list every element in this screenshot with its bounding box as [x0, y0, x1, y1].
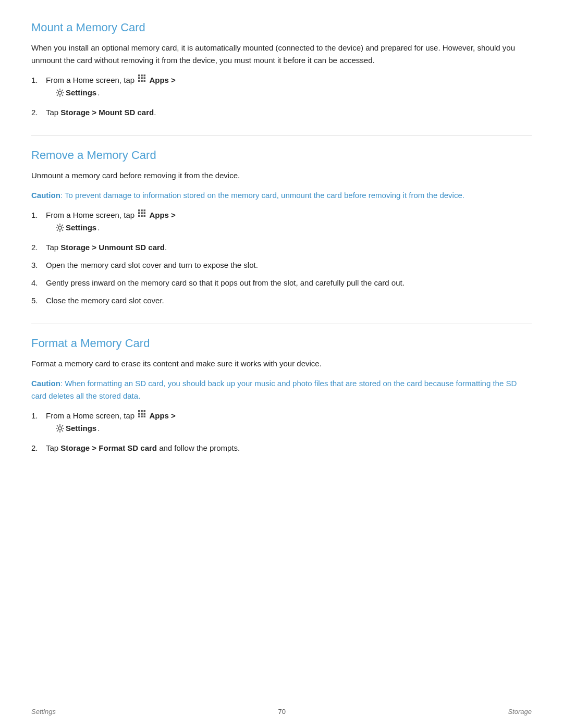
section-mount: Mount a Memory Card When you install an …: [31, 21, 532, 119]
svg-rect-21: [141, 410, 143, 412]
apps-grid-icon-f: [138, 409, 146, 417]
svg-rect-18: [144, 215, 146, 217]
svg-rect-16: [138, 215, 140, 217]
storage-format-label: Storage > Format SD card: [60, 443, 157, 452]
svg-rect-0: [138, 75, 140, 77]
remove-step-1: 1. From a Home screen, tap: [31, 209, 532, 236]
settings-label-r: Settings: [66, 221, 96, 234]
svg-rect-4: [141, 77, 143, 79]
svg-rect-24: [141, 413, 143, 415]
format-step-2: 2. Tap Storage > Format SD card and foll…: [31, 442, 532, 454]
page-footer: Settings 70 Storage: [0, 708, 563, 715]
mount-body: When you install an optional memory card…: [31, 42, 532, 67]
remove-body: Unmount a memory card before removing it…: [31, 169, 532, 182]
step-content-r4: Gently press inward on the memory card s…: [46, 277, 532, 289]
step-num-r3: 3.: [31, 259, 46, 272]
apps-label-f: Apps >: [149, 411, 175, 420]
caution-label: Caution: [31, 191, 60, 200]
apps-label-r: Apps >: [149, 211, 175, 219]
svg-rect-13: [138, 212, 140, 214]
svg-rect-27: [141, 416, 143, 418]
svg-point-29: [58, 427, 62, 430]
footer-right: Storage: [508, 708, 532, 715]
step-num-r4: 4.: [31, 277, 46, 289]
divider-2: [31, 324, 532, 324]
apps-icon-group-f: [137, 410, 147, 418]
step-content-r5: Close the memory card slot cover.: [46, 294, 532, 307]
apps-grid-icon-r: [138, 208, 146, 217]
step-num-r5: 5.: [31, 294, 46, 307]
settings-gear-icon-f: [56, 424, 64, 432]
format-step-1: 1. From a Home screen, tap: [31, 410, 532, 437]
svg-rect-11: [141, 209, 143, 212]
remove-title: Remove a Memory Card: [31, 149, 532, 162]
svg-rect-12: [144, 209, 146, 212]
svg-rect-22: [144, 410, 146, 412]
divider-1: [31, 135, 532, 136]
storage-unmount-label: Storage > Unmount SD card: [60, 243, 165, 252]
step-content-2: Tap Storage > Mount SD card.: [46, 106, 532, 119]
mount-steps: 1. From a Home screen, tap: [31, 74, 532, 119]
settings-gear-icon-r: [56, 223, 64, 231]
svg-rect-8: [144, 80, 146, 82]
svg-point-9: [58, 91, 62, 94]
svg-rect-25: [144, 413, 146, 415]
storage-mount-label: Storage > Mount SD card: [60, 108, 154, 117]
format-steps: 1. From a Home screen, tap: [31, 410, 532, 454]
step-content-f1: From a Home screen, tap: [46, 410, 532, 437]
remove-caution: Caution: To prevent damage to informatio…: [31, 189, 532, 202]
svg-rect-17: [141, 215, 143, 217]
format-caution-label: Caution: [31, 379, 60, 388]
step-num-r2: 2.: [31, 241, 46, 254]
svg-point-19: [58, 226, 62, 229]
remove-caution-text: : To prevent damage to information store…: [60, 191, 464, 200]
svg-rect-14: [141, 212, 143, 214]
format-caution-text: : When formatting an SD card, you should…: [31, 379, 517, 400]
page-number: 70: [278, 708, 285, 715]
step-num: 1.: [31, 74, 46, 87]
section-format: Format a Memory Card Format a memory car…: [31, 337, 532, 454]
mount-step-2: 2. Tap Storage > Mount SD card.: [31, 106, 532, 119]
apps-label: Apps >: [149, 76, 175, 84]
svg-rect-2: [144, 75, 146, 77]
mount-title: Mount a Memory Card: [31, 21, 532, 34]
footer-left: Settings: [31, 708, 56, 715]
page-content: Mount a Memory Card When you install an …: [0, 0, 563, 513]
svg-rect-26: [138, 416, 140, 418]
format-caution: Caution: When formatting an SD card, you…: [31, 377, 532, 402]
remove-steps: 1. From a Home screen, tap: [31, 209, 532, 307]
step-content-r2: Tap Storage > Unmount SD card.: [46, 241, 532, 254]
remove-step-5: 5. Close the memory card slot cover.: [31, 294, 532, 307]
step-content: From a Home screen, tap: [46, 74, 532, 101]
format-title: Format a Memory Card: [31, 337, 532, 350]
step-content-r1: From a Home screen, tap: [46, 209, 532, 236]
svg-rect-5: [144, 77, 146, 79]
remove-step-4: 4. Gently press inward on the memory car…: [31, 277, 532, 289]
step-num-f1: 1.: [31, 410, 46, 422]
settings-gear-icon: [56, 88, 64, 96]
format-body: Format a memory card to erase its conten…: [31, 357, 532, 370]
svg-rect-23: [138, 413, 140, 415]
svg-rect-7: [141, 80, 143, 82]
step-content-r3: Open the memory card slot cover and turn…: [46, 259, 532, 272]
apps-grid-icon: [138, 73, 146, 82]
settings-label: Settings: [66, 87, 96, 99]
section-remove: Remove a Memory Card Unmount a memory ca…: [31, 149, 532, 307]
svg-rect-15: [144, 212, 146, 214]
step-num-f2: 2.: [31, 442, 46, 454]
svg-rect-28: [144, 416, 146, 418]
mount-step-1: 1. From a Home screen, tap: [31, 74, 532, 101]
remove-step-2: 2. Tap Storage > Unmount SD card.: [31, 241, 532, 254]
step-num-2: 2.: [31, 106, 46, 119]
svg-rect-10: [138, 209, 140, 212]
svg-rect-1: [141, 75, 143, 77]
step-content-f2: Tap Storage > Format SD card and follow …: [46, 442, 532, 454]
svg-rect-3: [138, 77, 140, 79]
apps-icon-group: [137, 74, 147, 82]
svg-rect-20: [138, 410, 140, 412]
settings-label-f: Settings: [66, 422, 96, 435]
step-num-r1: 1.: [31, 209, 46, 221]
apps-icon-group-r: [137, 209, 147, 217]
remove-step-3: 3. Open the memory card slot cover and t…: [31, 259, 532, 272]
svg-rect-6: [138, 80, 140, 82]
